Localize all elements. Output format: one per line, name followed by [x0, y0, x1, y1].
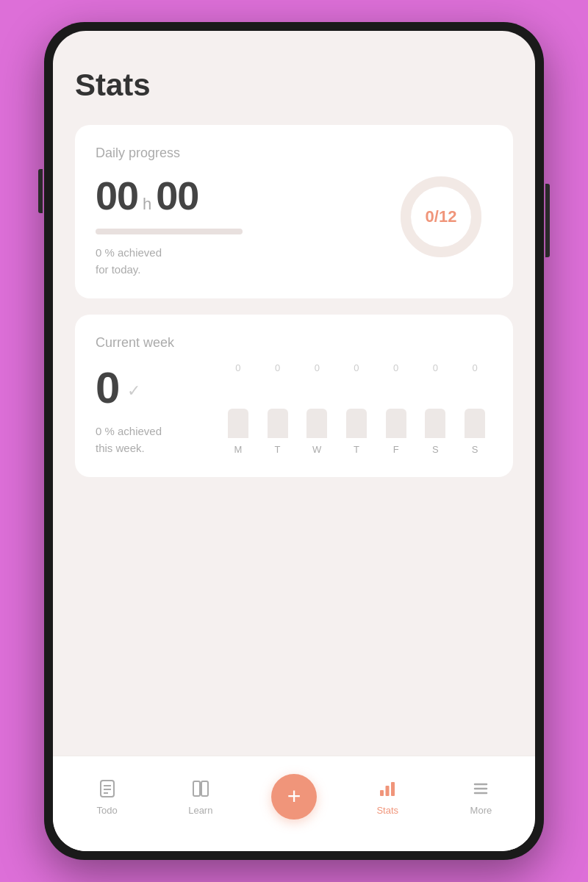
day-label-tue: T: [268, 444, 288, 455]
daily-right: 0/12: [390, 173, 492, 261]
bar-item-5: [425, 379, 445, 438]
bar-item-2: [306, 379, 327, 438]
bars-row: [220, 379, 492, 438]
bar-fill-2: [306, 409, 327, 438]
week-number: 0: [96, 362, 120, 413]
bar-item-4: [386, 379, 406, 438]
bar-val-0: 0: [228, 362, 248, 373]
nav-label-stats: Stats: [376, 805, 398, 816]
week-left: 0 ✓ 0 % achieved this week.: [96, 362, 213, 456]
bar-value-labels: 0 0 0 0 0 0 0: [220, 362, 492, 373]
bar-val-6: 0: [465, 362, 485, 373]
day-label-wed: W: [306, 444, 327, 455]
time-display: 00 h 00: [96, 173, 390, 218]
bar-fill-4: [386, 409, 406, 438]
screen-content: Stats Daily progress 00 h 00: [53, 31, 535, 756]
hours-display: 00: [96, 173, 138, 218]
plus-icon: +: [287, 784, 301, 808]
bar-item-6: [465, 379, 485, 438]
learn-icon: [189, 777, 212, 800]
nav-label-todo: Todo: [97, 805, 118, 816]
bar-chart: 0 0 0 0 0 0 0: [220, 362, 492, 455]
daily-progress-card: Daily progress 00 h 00 0 % achieved: [75, 125, 513, 298]
nav-item-learn[interactable]: Learn: [154, 777, 247, 816]
day-label-fri: F: [386, 444, 406, 455]
bar-fill-6: [465, 409, 485, 438]
day-label-mon: M: [228, 444, 248, 455]
bar-fill-3: [346, 409, 367, 438]
add-button[interactable]: +: [271, 774, 317, 820]
phone-screen: Stats Daily progress 00 h 00: [53, 31, 535, 851]
bar-val-1: 0: [268, 362, 288, 373]
current-week-card: Current week 0 ✓ 0 % achieved this week.: [75, 315, 513, 477]
svg-rect-7: [201, 781, 208, 796]
minutes-display: 00: [156, 173, 198, 218]
time-separator: h: [143, 195, 151, 214]
svg-rect-9: [386, 786, 390, 796]
nav-item-stats[interactable]: Stats: [341, 777, 434, 816]
daily-card-inner: 00 h 00 0 % achieved for today.: [96, 173, 492, 278]
day-labels: M T W T F S S: [220, 444, 492, 455]
bar-item-1: [268, 379, 288, 438]
day-label-sat: S: [425, 444, 445, 455]
nav-label-more: More: [470, 805, 492, 816]
bar-item-0: [228, 379, 248, 438]
week-card-inner: 0 ✓ 0 % achieved this week. 0 0: [96, 362, 492, 456]
nav-label-learn: Learn: [188, 805, 212, 816]
nav-item-todo[interactable]: Todo: [60, 777, 154, 816]
nav-item-more[interactable]: More: [434, 777, 528, 816]
daily-progress-text: 0 % achieved for today.: [96, 245, 390, 278]
more-icon: [469, 777, 492, 800]
progress-bar-container: [96, 229, 243, 234]
bar-item-3: [346, 379, 367, 438]
svg-rect-10: [391, 782, 395, 796]
donut-container: 0/12: [397, 173, 485, 261]
bar-fill-5: [425, 409, 445, 438]
week-count-display: 0 ✓: [96, 362, 213, 413]
check-icon: ✓: [127, 381, 140, 401]
bar-val-3: 0: [346, 362, 367, 373]
bar-val-2: 0: [306, 362, 327, 373]
phone-frame: Stats Daily progress 00 h 00: [44, 22, 544, 860]
svg-rect-6: [193, 781, 200, 796]
donut-label: 0/12: [426, 207, 457, 226]
nav-item-add[interactable]: +: [247, 774, 340, 820]
week-progress-text: 0 % achieved this week.: [96, 423, 213, 456]
week-right: 0 0 0 0 0 0 0: [213, 362, 492, 455]
bar-val-4: 0: [386, 362, 406, 373]
stats-icon: [376, 777, 399, 800]
daily-left: 00 h 00 0 % achieved for today.: [96, 173, 390, 278]
day-label-thu: T: [346, 444, 367, 455]
daily-progress-title: Daily progress: [96, 146, 492, 161]
bar-val-5: 0: [425, 362, 445, 373]
day-label-sun: S: [465, 444, 485, 455]
bottom-nav: Todo Learn +: [53, 756, 535, 851]
bar-fill-1: [268, 409, 288, 438]
page-title: Stats: [75, 68, 513, 103]
todo-icon: [96, 777, 119, 800]
current-week-title: Current week: [96, 335, 492, 351]
svg-rect-8: [380, 790, 384, 796]
bar-fill-0: [228, 409, 248, 438]
